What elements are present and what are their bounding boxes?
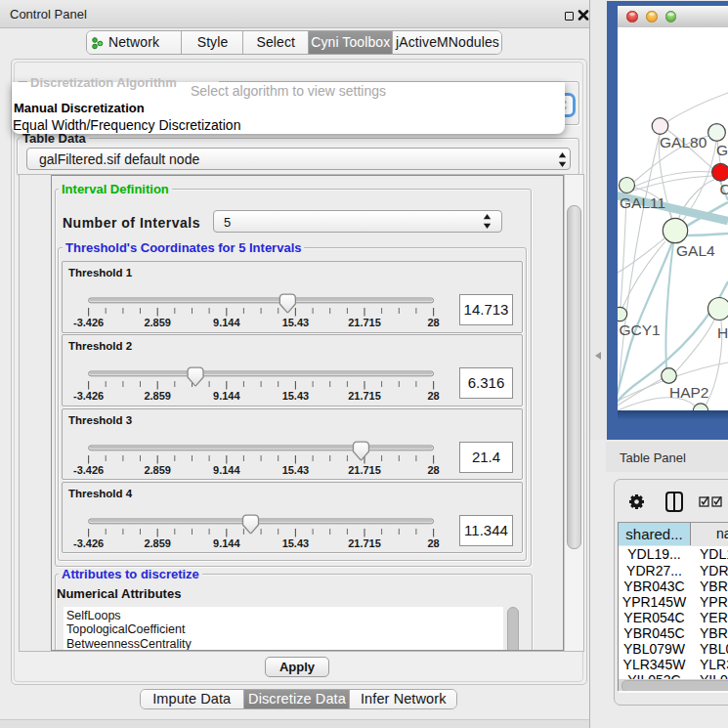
svg-text:9.144: 9.144 xyxy=(213,463,240,475)
svg-text:2.859: 2.859 xyxy=(144,536,171,548)
svg-text:GA: GA xyxy=(716,142,728,158)
svg-text:-3.426: -3.426 xyxy=(73,463,104,475)
svg-text:15.43: 15.43 xyxy=(282,536,310,548)
svg-text:2.859: 2.859 xyxy=(144,390,171,402)
svg-text:2.859: 2.859 xyxy=(144,317,171,328)
svg-text:15.43: 15.43 xyxy=(282,463,310,475)
svg-text:HAP2: HAP2 xyxy=(669,384,709,401)
svg-text:GAL4: GAL4 xyxy=(676,242,715,259)
svg-text:21.715: 21.715 xyxy=(348,536,381,548)
svg-text:15.43: 15.43 xyxy=(282,317,310,328)
svg-text:2.859: 2.859 xyxy=(144,463,171,475)
svg-text:-3.426: -3.426 xyxy=(73,317,104,328)
svg-text:GAL80: GAL80 xyxy=(660,134,707,150)
svg-text:9.144: 9.144 xyxy=(213,536,240,548)
svg-text:28: 28 xyxy=(427,463,439,475)
svg-text:9.144: 9.144 xyxy=(213,390,240,402)
svg-text:C: C xyxy=(720,181,728,197)
svg-text:21.715: 21.715 xyxy=(348,390,381,402)
svg-text:28: 28 xyxy=(427,317,439,328)
svg-text:-3.426: -3.426 xyxy=(73,536,104,548)
svg-text:15.43: 15.43 xyxy=(282,390,310,402)
svg-text:28: 28 xyxy=(427,390,439,402)
svg-text:-3.426: -3.426 xyxy=(73,390,104,402)
svg-text:21.715: 21.715 xyxy=(348,463,381,475)
svg-text:28: 28 xyxy=(427,536,439,548)
svg-text:21.715: 21.715 xyxy=(348,317,381,328)
svg-text:9.144: 9.144 xyxy=(213,317,240,328)
svg-text:HI: HI xyxy=(717,324,728,341)
svg-text:GCY1: GCY1 xyxy=(620,321,661,338)
svg-text:GAL11: GAL11 xyxy=(620,194,665,211)
